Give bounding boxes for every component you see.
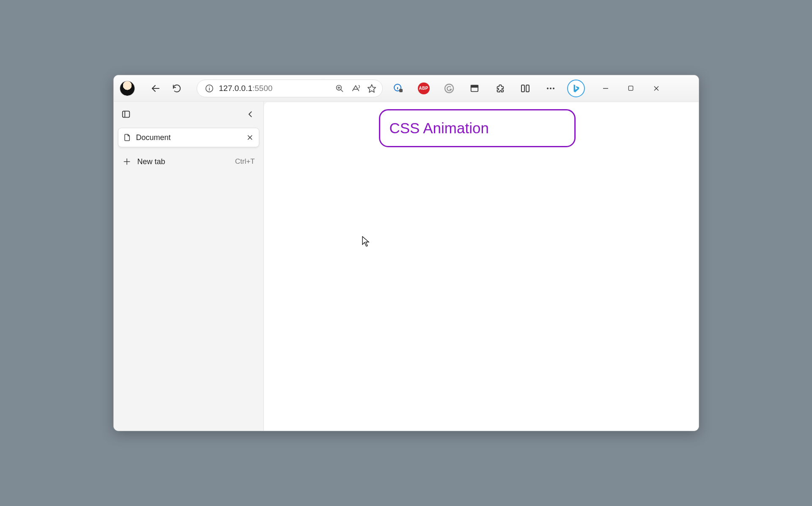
svg-point-21 [553,88,554,89]
document-icon [123,133,131,142]
arrow-left-icon [151,83,161,94]
url-text: 127.0.0.1:5500 [219,84,330,93]
vertical-tabs-panel: Document New tab Ctrl+T [114,102,264,431]
svg-line-5 [340,89,343,91]
close-icon [247,135,253,140]
abp-icon: ABP [418,82,430,94]
profile-avatar[interactable] [120,81,135,96]
favorite-button[interactable] [365,82,378,95]
page-heading: CSS Animation [390,120,489,137]
more-icon [546,83,556,94]
vertical-tabs-header [118,105,259,124]
new-tab-label: New tab [137,157,229,166]
browser-toolbar: 127.0.0.1:5500 ABP [114,75,699,102]
address-bar[interactable]: 127.0.0.1:5500 [197,80,383,97]
close-icon [653,85,659,91]
bing-chat-button[interactable] [567,80,585,97]
grammarly-button[interactable] [440,80,458,97]
svg-rect-18 [526,85,529,92]
star-icon [367,84,376,93]
maximize-button[interactable] [623,82,639,95]
site-info-icon[interactable] [203,82,216,95]
svg-rect-23 [628,86,633,90]
tab-actions-button[interactable] [120,108,132,121]
svg-rect-16 [471,85,478,87]
tab-title: Document [136,133,240,142]
bing-icon [571,84,581,93]
puzzle-icon [495,84,505,93]
mouse-cursor-icon [362,236,370,247]
new-tab-button[interactable]: New tab Ctrl+T [118,151,259,172]
browser-window: 127.0.0.1:5500 ABP [113,75,699,431]
minimize-icon [603,85,609,91]
close-window-button[interactable] [648,82,664,95]
tab-item-active[interactable]: Document [118,128,259,147]
extension-privacy-button[interactable] [390,80,407,97]
tabs-icon [121,110,131,119]
read-aloud-icon [351,84,360,93]
tab-favicon [123,133,132,142]
grammarly-icon [444,83,454,94]
svg-rect-26 [122,111,129,118]
plus-icon [122,157,132,166]
chevron-left-icon [246,110,255,118]
shield-info-icon [393,83,403,94]
back-button[interactable] [147,80,165,97]
zoom-button[interactable] [333,82,346,95]
svg-point-20 [550,88,551,89]
read-aloud-button[interactable] [349,82,362,95]
tab-close-button[interactable] [244,132,255,143]
split-screen-button[interactable] [516,80,534,97]
body-split: Document New tab Ctrl+T CSS Animation [114,102,699,431]
split-screen-icon [520,83,530,94]
adblock-button[interactable]: ABP [415,80,433,97]
svg-rect-13 [399,89,403,92]
extensions-button[interactable] [491,80,509,97]
svg-marker-9 [368,84,375,92]
url-port: :5500 [252,84,273,93]
maximize-icon [628,85,634,91]
more-button[interactable] [542,80,560,97]
toolbar-actions: ABP [390,80,585,97]
window-controls [598,82,664,95]
collections-button[interactable] [466,80,483,97]
reload-icon [172,84,181,93]
page-viewport: CSS Animation [264,102,699,431]
minimize-button[interactable] [598,82,614,95]
url-host: 127.0.0.1 [219,84,252,93]
new-tab-shortcut: Ctrl+T [235,157,255,166]
svg-point-19 [547,88,549,89]
zoom-icon [335,84,344,93]
page-heading-box: CSS Animation [379,109,576,147]
collections-icon [470,84,479,93]
svg-rect-17 [521,85,524,92]
collapse-tabs-button[interactable] [243,107,258,121]
svg-point-14 [445,84,453,93]
reload-button[interactable] [168,80,186,97]
